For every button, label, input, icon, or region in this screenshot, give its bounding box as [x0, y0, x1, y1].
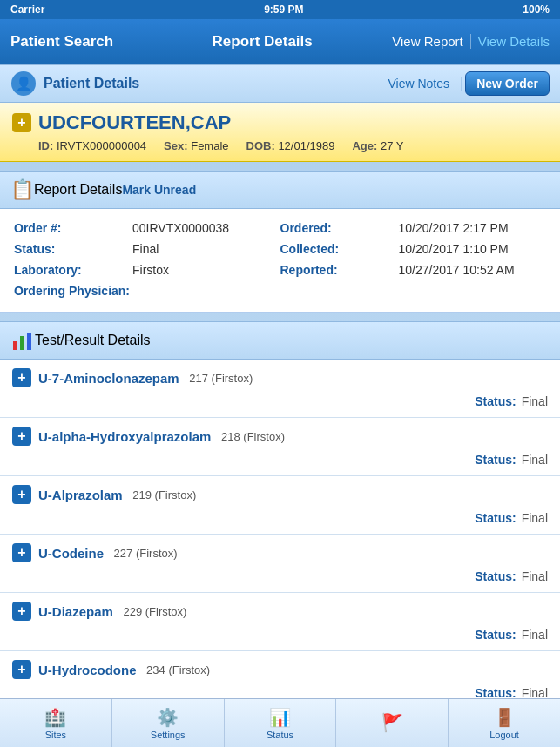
test-name: U-Alprazolam [38, 488, 123, 502]
status-value: Final [522, 569, 548, 583]
test-details-title: Test/Result Details [35, 333, 151, 348]
tab-status[interactable]: 📊 Status [225, 699, 337, 747]
test-name-row: + U-Alprazolam 219 (Firstox) [12, 485, 548, 504]
expand-test-icon[interactable]: + [12, 427, 31, 446]
report-section: 📋 Report Details Mark Unread Order #: 00… [0, 171, 560, 313]
status-label: Status: [475, 569, 516, 583]
sites-icon: 🏥 [44, 707, 66, 728]
expand-test-icon[interactable]: + [12, 543, 31, 562]
patient-name: UDCFOURTEEN,CAP [38, 111, 231, 134]
test-name: U-Diazepam [38, 604, 113, 619]
status-label: Status: [475, 453, 516, 467]
patient-search-nav[interactable]: Patient Search [10, 33, 132, 50]
expand-test-icon[interactable]: + [12, 368, 31, 387]
test-sub: 234 (Firstox) [144, 663, 211, 676]
test-items-container: + U-7-Aminoclonazepam 217 (Firstox) Stat… [0, 360, 560, 747]
test-name-row: + U-Codeine 227 (Firstox) [12, 543, 548, 562]
patient-info-block: + UDCFOURTEEN,CAP ID: IRVTX000000004 Sex… [0, 103, 560, 162]
test-name: U-Codeine [38, 546, 104, 561]
patient-avatar-icon: 👤 [10, 71, 37, 97]
test-details-header: Test/Result Details [0, 321, 560, 360]
reported-field: Reported: 10/27/2017 10:52 AM [280, 261, 547, 279]
status-icon: 📊 [269, 707, 291, 728]
tab-logout[interactable]: 🚪 Logout [449, 699, 560, 747]
order-number-field: Order #: 00IRVTX0000038 [14, 219, 280, 237]
test-name-row: + U-Hydrocodone 234 (Firstox) [12, 660, 548, 679]
carrier-label: Carrier [10, 3, 44, 16]
ordered-field: Ordered: 10/20/2017 2:17 PM [280, 219, 547, 237]
report-details-header: 📋 Report Details Mark Unread [0, 171, 560, 209]
laboratory-field: Laboratory: Firstox [14, 261, 280, 279]
test-name-row: + U-7-Aminoclonazepam 217 (Firstox) [12, 368, 548, 387]
svg-rect-1 [20, 336, 24, 350]
test-item: + U-Alprazolam 219 (Firstox) Status: Fin… [0, 476, 560, 535]
new-order-button[interactable]: New Order [465, 71, 550, 96]
collected-field: Collected: 10/20/2017 1:10 PM [280, 240, 547, 258]
test-status-row: Status: Final [12, 391, 548, 417]
test-section: Test/Result Details + U-7-Aminoclonazepa… [0, 321, 560, 747]
test-sub: 219 (Firstox) [130, 488, 197, 501]
test-sub: 229 (Firstox) [120, 605, 187, 618]
expand-test-icon[interactable]: + [12, 602, 31, 621]
view-details-button[interactable]: View Details [478, 34, 550, 49]
expand-test-icon[interactable]: + [12, 485, 31, 504]
status-value: Final [522, 511, 548, 525]
test-item: + U-7-Aminoclonazepam 217 (Firstox) Stat… [0, 360, 560, 418]
divider: | [460, 76, 463, 91]
status-label: Status [267, 730, 293, 740]
test-status-row: Status: Final [12, 624, 548, 650]
sites-label: Sites [45, 730, 66, 740]
report-icon: 📋 [10, 178, 34, 201]
test-item: + U-Codeine 227 (Firstox) Status: Final [0, 535, 560, 593]
status-value: Final [522, 394, 548, 408]
tab-settings[interactable]: ⚙️ Settings [112, 699, 225, 747]
expand-patient-icon[interactable]: + [12, 113, 31, 132]
test-name: U-7-Aminoclonazepam [38, 371, 179, 386]
tab-flag[interactable]: 🚩 [336, 699, 449, 747]
settings-label: Settings [151, 730, 186, 740]
test-name-row: + U-Diazepam 229 (Firstox) [12, 602, 548, 621]
test-item: + U-alpha-Hydroxyalprazolam 218 (Firstox… [0, 418, 560, 476]
status-label: Status: [475, 628, 516, 642]
report-details-body: Order #: 00IRVTX0000038 Ordered: 10/20/2… [0, 209, 560, 313]
view-notes-button[interactable]: View Notes [379, 73, 458, 94]
svg-rect-2 [27, 333, 31, 350]
mark-unread-button[interactable]: Mark Unread [122, 183, 196, 197]
report-details-title: Report Details [34, 182, 122, 198]
patient-meta: ID: IRVTX000000004 Sex: Female DOB: 12/0… [12, 139, 548, 152]
test-sub: 218 (Firstox) [218, 430, 285, 443]
status-value: Final [522, 628, 548, 642]
nav-right-actions: View Report View Details [392, 34, 550, 49]
status-label: Status: [475, 394, 516, 408]
test-sub: 227 (Firstox) [111, 547, 178, 560]
main-content: 👤 Patient Details View Notes | New Order… [0, 64, 560, 747]
test-item: + U-Diazepam 229 (Firstox) Status: Final [0, 593, 560, 651]
tab-sites[interactable]: 🏥 Sites [0, 699, 112, 747]
patient-age: Age: 27 Y [352, 139, 403, 152]
patient-id: ID: IRVTX000000004 [38, 139, 146, 152]
top-nav: Patient Search Report Details View Repor… [0, 19, 560, 64]
time-label: 9:59 PM [264, 3, 303, 16]
patient-name-row: + UDCFOURTEEN,CAP [12, 111, 548, 134]
view-report-button[interactable]: View Report [392, 34, 470, 49]
report-fields-grid: Order #: 00IRVTX0000038 Ordered: 10/20/2… [14, 219, 546, 299]
test-sub: 217 (Firstox) [186, 372, 253, 385]
test-name-row: + U-alpha-Hydroxyalprazolam 218 (Firstox… [12, 427, 548, 446]
status-field: Status: Final [14, 240, 280, 258]
test-status-row: Status: Final [12, 508, 548, 534]
patient-details-header: 👤 Patient Details View Notes | New Order [0, 64, 560, 103]
report-details-nav-title: Report Details [132, 33, 392, 50]
test-status-row: Status: Final [12, 449, 548, 475]
status-label: Status: [475, 511, 516, 525]
patient-details-title: Patient Details [44, 76, 379, 91]
flag-icon: 🚩 [381, 712, 403, 733]
ordering-physician-field: Ordering Physician: [14, 282, 280, 299]
logout-label: Logout [489, 730, 519, 740]
tab-bar: 🏥 Sites ⚙️ Settings 📊 Status 🚩 🚪 Logout [0, 698, 560, 747]
logout-icon: 🚪 [494, 707, 516, 728]
patient-sex: Sex: Female [164, 139, 228, 152]
settings-icon: ⚙️ [157, 707, 179, 728]
patient-dob: DOB: 12/01/1989 [246, 139, 335, 152]
expand-test-icon[interactable]: + [12, 660, 31, 679]
status-bar: Carrier 9:59 PM 100% [0, 0, 560, 19]
